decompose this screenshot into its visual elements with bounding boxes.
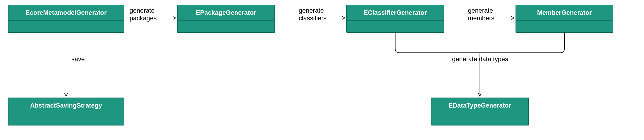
edge-label-generate-members: generate members: [468, 7, 494, 22]
edge-label-line: members: [468, 15, 494, 22]
class-title: EClassifierGenerator: [347, 5, 444, 21]
class-edatatype-generator: EDataTypeGenerator: [431, 98, 529, 125]
class-member-generator: MemberGenerator: [516, 5, 613, 33]
class-eclassifier-generator: EClassifierGenerator: [346, 5, 444, 33]
edge-label-line: classifiers: [299, 15, 326, 22]
class-title: AbstractSavingStrategy: [8, 98, 124, 113]
class-body: [8, 113, 124, 125]
class-abstract-saving-strategy: AbstractSavingStrategy: [8, 98, 124, 125]
class-title: MemberGenerator: [516, 5, 613, 21]
class-body: [347, 21, 444, 32]
edge-label-line: generate: [130, 7, 157, 15]
class-title: EcoreMetamodelGenerator: [8, 5, 124, 21]
edge-eclassifier-to-merge: [395, 32, 480, 53]
class-body: [178, 21, 274, 32]
edge-label-line: packages: [130, 15, 157, 22]
class-ecore-metamodel-generator: EcoreMetamodelGenerator: [8, 5, 124, 33]
class-title: EDataTypeGenerator: [431, 98, 528, 113]
edge-member-to-merge: [480, 32, 564, 53]
edge-label-generate-data-types: generate data types: [452, 55, 508, 63]
edge-label-line: generate: [299, 7, 326, 15]
class-body: [516, 21, 613, 32]
class-body: [8, 21, 124, 32]
class-epackage-generator: EPackageGenerator: [177, 5, 275, 33]
edge-label-generate-packages: generate packages: [130, 7, 157, 22]
edge-label-save: save: [71, 55, 85, 63]
edge-label-generate-classifiers: generate classifiers: [299, 7, 326, 22]
edge-label-line: generate: [468, 7, 494, 15]
class-title: EPackageGenerator: [178, 5, 274, 21]
class-body: [431, 113, 528, 125]
